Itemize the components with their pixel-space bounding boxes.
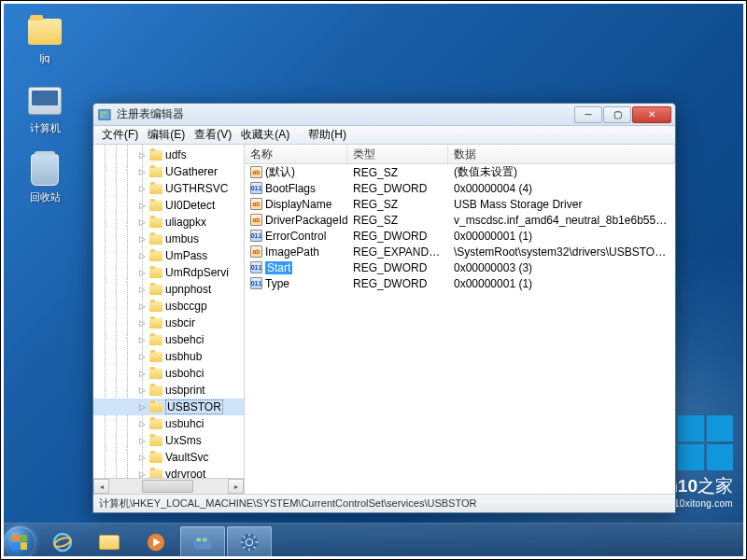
value-data: \SystemRoot\system32\drivers\USBSTOR.SYS — [448, 245, 675, 259]
taskbar-app-1[interactable] — [180, 526, 225, 558]
list-row[interactable]: abDisplayNameREG_SZUSB Mass Storage Driv… — [245, 196, 675, 212]
tree-item[interactable]: ▷usbohci — [93, 365, 244, 382]
scrollbar-track[interactable] — [109, 479, 228, 494]
expand-icon[interactable]: ▷ — [138, 252, 147, 260]
tree-item[interactable]: ▷UxSms — [93, 432, 244, 449]
tree-item[interactable]: ▷usbprint — [93, 382, 244, 399]
expand-icon[interactable]: ▷ — [138, 286, 147, 294]
tree-item[interactable]: ▷usbuhci — [93, 415, 244, 432]
minimize-button[interactable]: ─ — [574, 106, 602, 123]
folder-icon — [149, 352, 162, 362]
tree-item[interactable]: ▷UGTHRSVC — [93, 180, 244, 197]
taskbar[interactable] — [0, 523, 747, 560]
column-data[interactable]: 数据 — [448, 145, 675, 163]
menubar[interactable]: 文件(F)编辑(E)查看(V)收藏夹(A)帮助(H) — [93, 126, 675, 145]
list-row[interactable]: 011StartREG_DWORD0x00000003 (3) — [245, 259, 675, 275]
tree-item[interactable]: ▷UGatherer — [93, 163, 244, 180]
scrollbar-thumb[interactable] — [142, 480, 193, 493]
tree-pane[interactable]: ▷udfs▷UGatherer▷UGTHRSVC▷UI0Detect▷uliag… — [93, 145, 245, 494]
tree-item[interactable]: ▷usbehci — [93, 331, 244, 348]
string-value-icon: ab — [250, 166, 262, 178]
menu-item[interactable]: 收藏夹(A) — [236, 127, 294, 143]
dword-value-icon: 011 — [250, 182, 262, 194]
expand-icon[interactable]: ▷ — [138, 470, 147, 479]
tree-item-label: usbuhci — [165, 417, 204, 430]
value-data: 0x00000004 (4) — [448, 182, 675, 195]
desktop-icon-recycle-bin[interactable]: 回收站 — [17, 151, 73, 204]
expand-icon[interactable]: ▷ — [138, 202, 147, 210]
menu-item[interactable]: 查看(V) — [190, 127, 236, 143]
folder-icon — [149, 201, 162, 211]
expand-icon[interactable]: ▷ — [138, 151, 147, 160]
tree-item[interactable]: ▷VaultSvc — [93, 449, 244, 466]
expand-icon[interactable]: ▷ — [138, 185, 147, 193]
value-type: REG_DWORD — [347, 261, 448, 274]
scroll-left-button[interactable]: ◂ — [93, 479, 109, 494]
desktop-icon-computer[interactable]: 计算机 — [17, 82, 73, 135]
list-header[interactable]: 名称 类型 数据 — [245, 145, 675, 164]
expand-icon[interactable]: ▷ — [138, 386, 147, 395]
tree-item-label: usbprint — [165, 384, 205, 397]
expand-icon[interactable]: ▷ — [138, 218, 147, 227]
taskbar-media-player[interactable] — [134, 526, 178, 558]
folder-icon — [149, 217, 162, 228]
expand-icon[interactable]: ▷ — [138, 269, 147, 277]
menu-item[interactable]: 文件(F) — [97, 127, 143, 143]
taskbar-ie[interactable] — [40, 526, 85, 558]
value-list-pane[interactable]: 名称 类型 数据 ab(默认)REG_SZ(数值未设置)011BootFlags… — [245, 145, 675, 494]
tree-item[interactable]: ▷usbhub — [93, 348, 244, 365]
expand-icon[interactable]: ▷ — [138, 235, 147, 244]
tree-item[interactable]: ▷UI0Detect — [93, 197, 244, 214]
tree-item[interactable]: ▷udfs — [93, 147, 244, 163]
expand-icon[interactable]: ▷ — [138, 353, 147, 361]
desktop[interactable]: ljq 计算机 回收站 Win10之家 www.win10xitong.com … — [0, 0, 747, 560]
registry-editor-window[interactable]: 注册表编辑器 ─ ▢ ✕ 文件(F)编辑(E)查看(V)收藏夹(A)帮助(H) … — [92, 103, 676, 513]
list-row[interactable]: 011TypeREG_DWORD0x00000001 (1) — [245, 275, 675, 291]
tree-item[interactable]: ▷upnphost — [93, 281, 244, 298]
computer-icon — [26, 82, 63, 119]
expand-icon[interactable]: ▷ — [138, 168, 147, 176]
value-name: ErrorControl — [265, 230, 326, 243]
taskbar-explorer[interactable] — [87, 526, 132, 558]
tree-item[interactable]: ▷uliagpkx — [93, 214, 244, 231]
maximize-button[interactable]: ▢ — [603, 106, 631, 123]
list-row[interactable]: abDriverPackageIdREG_SZv_mscdsc.inf_amd6… — [245, 212, 675, 228]
tree-item[interactable]: ▷usbccgp — [93, 298, 244, 315]
close-button[interactable]: ✕ — [632, 106, 671, 123]
menu-item[interactable]: 编辑(E) — [143, 127, 190, 143]
column-type[interactable]: 类型 — [347, 145, 448, 163]
expand-icon[interactable]: ▷ — [138, 302, 147, 311]
tree-item[interactable]: ▷USBSTOR — [93, 399, 244, 415]
desktop-icon-folder[interactable]: ljq — [17, 13, 73, 63]
expand-icon[interactable]: ▷ — [138, 336, 147, 344]
tree-item-label: vdrvroot — [165, 468, 205, 478]
menu-item[interactable]: 帮助(H) — [303, 127, 351, 143]
taskbar-app-2[interactable] — [227, 526, 272, 558]
tree-item[interactable]: ▷umbus — [93, 231, 244, 247]
expand-icon[interactable]: ▷ — [138, 403, 147, 412]
tree-item[interactable]: ▷usbcir — [93, 315, 244, 331]
titlebar[interactable]: 注册表编辑器 ─ ▢ ✕ — [93, 104, 675, 126]
value-name: (默认) — [265, 164, 295, 180]
tree-item[interactable]: ▷UmPass — [93, 247, 244, 264]
tree-item-label: UmRdpServi — [165, 266, 229, 279]
list-row[interactable]: abImagePathREG_EXPAND_SZ\SystemRoot\syst… — [245, 244, 675, 259]
tree-item-label: UxSms — [165, 434, 202, 447]
expand-icon[interactable]: ▷ — [138, 420, 147, 428]
column-name[interactable]: 名称 — [245, 145, 347, 163]
expand-icon[interactable]: ▷ — [138, 454, 147, 462]
tree-item[interactable]: ▷UmRdpServi — [93, 264, 244, 281]
folder-icon — [149, 419, 162, 429]
scroll-right-button[interactable]: ▸ — [228, 479, 244, 494]
wmp-icon — [144, 530, 168, 554]
tree-item[interactable]: ▷vdrvroot — [93, 466, 244, 478]
tree-horizontal-scrollbar[interactable]: ◂ ▸ — [93, 478, 244, 494]
folder-icon — [149, 335, 162, 345]
expand-icon[interactable]: ▷ — [138, 437, 147, 445]
list-row[interactable]: ab(默认)REG_SZ(数值未设置) — [245, 164, 675, 180]
start-button[interactable] — [0, 524, 39, 561]
expand-icon[interactable]: ▷ — [138, 319, 147, 328]
list-row[interactable]: 011BootFlagsREG_DWORD0x00000004 (4) — [245, 180, 675, 196]
list-row[interactable]: 011ErrorControlREG_DWORD0x00000001 (1) — [245, 228, 675, 244]
expand-icon[interactable]: ▷ — [138, 370, 147, 378]
